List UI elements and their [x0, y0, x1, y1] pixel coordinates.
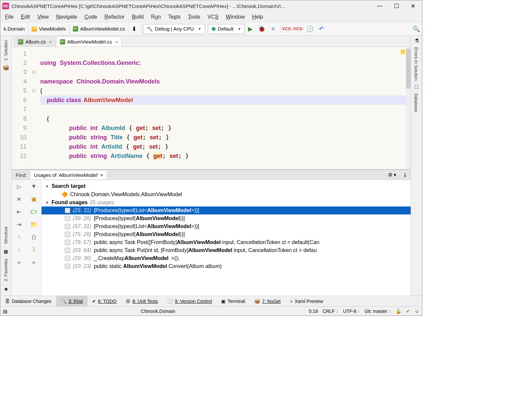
- close-icon[interactable]: ×: [49, 39, 52, 45]
- rerun-icon[interactable]: ▷: [12, 180, 27, 193]
- crumb-domain[interactable]: k.Domain: [0, 22, 28, 35]
- toolwindow-errors[interactable]: Errors In Solution: [411, 44, 421, 84]
- crumb-viewmodels[interactable]: ViewModels: [28, 22, 69, 35]
- newtab-icon[interactable]: ▣: [27, 193, 42, 205]
- menu-refactor[interactable]: Refactor: [101, 13, 128, 21]
- chevron-down-icon[interactable]: ▾: [44, 200, 50, 205]
- menu-run[interactable]: Run: [148, 13, 164, 21]
- folder-icon[interactable]: 📁: [27, 218, 42, 231]
- vcs-commit-button[interactable]: VCS↑: [293, 23, 304, 35]
- collapse-all-icon[interactable]: ⤵: [27, 243, 42, 256]
- usage-row[interactable]: (57: 31) [Produces(typeof(List<AlbumView…: [42, 222, 411, 230]
- bt-unit[interactable]: ⦿ 8: Unit Tests: [121, 296, 163, 306]
- expand-icon[interactable]: ⇥: [12, 218, 27, 231]
- undo-button[interactable]: ↶: [316, 23, 327, 35]
- gear-icon[interactable]: ⚙ ▾: [385, 172, 400, 178]
- csharp-file-icon: [73, 26, 78, 32]
- check-icon[interactable]: ✔: [406, 309, 410, 314]
- menu-tools[interactable]: Tools: [185, 13, 203, 21]
- find-toolbar: ▷▼ ✕▣ ⇤C♯ ⇥📁 ↑⟨⟩ ↓⤵ «»: [12, 180, 42, 296]
- csharp-icon[interactable]: C♯: [27, 205, 42, 218]
- bt-db[interactable]: 🗄 Database Changes: [0, 296, 56, 306]
- main-area: 1: Solution 📦 Structure ▦ 2: Favorites ★…: [0, 36, 422, 296]
- tree-node-target[interactable]: ▾ Search target: [42, 182, 411, 190]
- status-encoding[interactable]: UTF-8: [343, 309, 360, 314]
- menu-build[interactable]: Build: [129, 13, 147, 21]
- close-icon[interactable]: ×: [100, 172, 103, 178]
- build-button[interactable]: ⬇: [129, 23, 140, 35]
- menu-file[interactable]: File: [2, 13, 17, 21]
- menu-window[interactable]: Window: [222, 13, 248, 21]
- lock-icon[interactable]: 🔓: [396, 309, 401, 314]
- crumb-file[interactable]: AlbumViewModel.cs: [69, 22, 129, 35]
- status-position[interactable]: 5:18: [309, 309, 318, 314]
- search-everywhere-button[interactable]: 🔍: [411, 23, 422, 35]
- menu-edit[interactable]: Edit: [18, 13, 34, 21]
- fold-gutter[interactable]: ⊟ ⊟: [30, 47, 37, 169]
- status-toolwin-icon[interactable]: ▤: [3, 309, 7, 314]
- run-target-combo[interactable]: ⬣Default▼: [208, 24, 245, 34]
- profile-icon[interactable]: ☺: [415, 309, 419, 314]
- tab-albumviewmodel[interactable]: AlbumViewModel.cs×: [56, 37, 122, 47]
- status-eol[interactable]: CRLF: [323, 309, 338, 314]
- usage-row[interactable]: (75: 26) [Produces(typeof(AlbumViewModel…: [42, 230, 411, 238]
- csharp-file-icon: [18, 39, 23, 45]
- status-git[interactable]: Git: master: [364, 309, 391, 314]
- toolwindow-solution[interactable]: 1: Solution: [3, 38, 8, 63]
- menu-navigate[interactable]: Navigate: [53, 13, 80, 21]
- usage-row[interactable]: (25: 31) [Produces(typeof(List<AlbumView…: [42, 206, 411, 214]
- vcs-update-button[interactable]: VCS↓: [282, 23, 293, 35]
- close-button[interactable]: ✕: [409, 3, 417, 10]
- filter-icon[interactable]: ▼: [27, 180, 42, 193]
- menu-view[interactable]: View: [34, 13, 52, 21]
- bt-xaml[interactable]: ⟐ Xaml Preview: [285, 296, 328, 306]
- menu-code[interactable]: Code: [81, 13, 100, 21]
- chevron-down-icon[interactable]: ▾: [44, 184, 50, 189]
- code-content[interactable]: using System.Collections.Generic; namesp…: [37, 47, 411, 169]
- collapse-icon[interactable]: ⇤: [12, 205, 27, 218]
- menu-vcs[interactable]: VCS: [204, 13, 222, 21]
- editor-scrollbar[interactable]: [406, 47, 411, 169]
- down-icon[interactable]: ↓: [12, 243, 27, 256]
- find-panel: Find: Usages of 'AlbumViewModel' × ⚙ ▾ ⤓…: [12, 169, 411, 296]
- toolwindow-favorites[interactable]: 2: Favorites: [3, 256, 8, 284]
- titlebar: RD ChinookASPNETCoreAPIHex [C:\git\Chino…: [0, 0, 422, 12]
- tree-target-path[interactable]: 🔶 Chinook.Domain.ViewModels.AlbumViewMod…: [42, 190, 411, 199]
- bt-find[interactable]: 🔍 3: Find: [56, 296, 87, 306]
- toolwindow-database[interactable]: Database: [411, 90, 421, 115]
- tree-node-found[interactable]: ▾ Found usages 25 usages: [42, 199, 411, 206]
- pin-icon[interactable]: ⤓: [400, 172, 411, 178]
- tab-album[interactable]: Album.cs×: [14, 37, 56, 47]
- bt-todo[interactable]: ✔ 6: TODO: [87, 296, 121, 306]
- vcs-history-button[interactable]: 🕓: [304, 23, 316, 35]
- bt-nuget[interactable]: 📦 7: NuGet: [250, 296, 285, 306]
- find-results-tree[interactable]: ▾ Search target 🔶 Chinook.Domain.ViewMod…: [42, 180, 411, 296]
- debug-button[interactable]: 🐞: [256, 23, 267, 35]
- minimize-button[interactable]: —: [376, 3, 383, 10]
- up-icon[interactable]: ↑: [12, 231, 27, 243]
- run-button[interactable]: ▶: [245, 23, 256, 35]
- code-icon[interactable]: ⟨⟩: [27, 231, 42, 243]
- warning-marker-icon[interactable]: [401, 50, 405, 54]
- usage-row[interactable]: (93: 64) public async Task Put(int id, […: [42, 246, 411, 254]
- build-config-combo[interactable]: 🔨Debug | Any CPU▼: [143, 24, 205, 34]
- menu-help[interactable]: Help: [249, 13, 266, 21]
- find-tab[interactable]: Usages of 'AlbumViewModel' ×: [31, 171, 106, 179]
- bt-vc[interactable]: 🕒 9: Version Control: [163, 296, 216, 306]
- stop-button[interactable]: ■: [267, 23, 279, 35]
- app-icon: RD: [2, 3, 9, 9]
- close-icon[interactable]: ✕: [12, 193, 27, 205]
- usage-row[interactable]: (39: 26) [Produces(typeof(AlbumViewModel…: [42, 214, 411, 222]
- toolwindow-structure[interactable]: Structure: [3, 224, 8, 247]
- bt-term[interactable]: ▣ Terminal: [216, 296, 250, 306]
- usage-row[interactable]: (76: 57) public async Task Post([FromBod…: [42, 238, 411, 246]
- next-icon[interactable]: »: [27, 256, 42, 269]
- menu-tests[interactable]: Tests: [165, 13, 184, 21]
- usage-row[interactable]: (29: 36) _.CreateMapAlbumViewModel>();: [42, 254, 411, 262]
- code-editor[interactable]: 123456789101112 ⊟ ⊟ using System.Collect…: [12, 47, 411, 169]
- prev-icon[interactable]: «: [12, 256, 27, 269]
- usage-row[interactable]: (10: 23) public static AlbumViewModel Co…: [42, 262, 411, 270]
- maximize-button[interactable]: ☐: [393, 3, 400, 10]
- usage-icon: [65, 208, 70, 213]
- close-icon[interactable]: ×: [115, 39, 118, 45]
